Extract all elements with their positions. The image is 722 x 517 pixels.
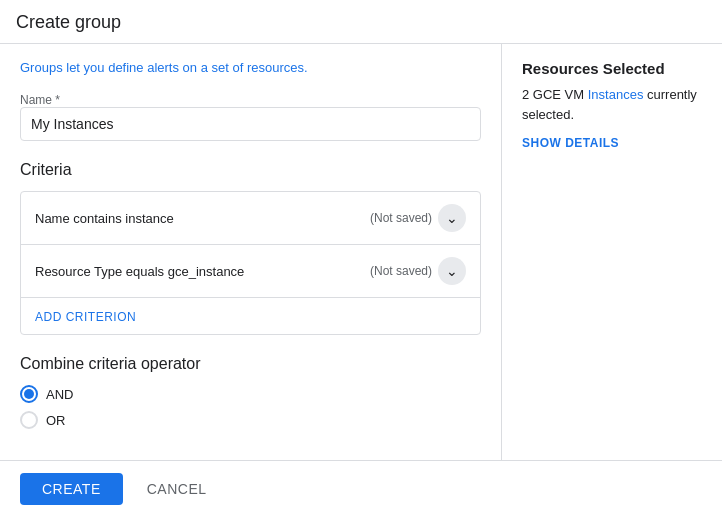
- combine-title: Combine criteria operator: [20, 355, 481, 373]
- add-criterion-button[interactable]: ADD CRITERION: [35, 310, 136, 324]
- resources-selected-text: 2 GCE VM Instances currently selected.: [522, 85, 702, 124]
- description-text: Groups let you define alerts on a set of…: [20, 60, 481, 75]
- criteria-section: Criteria Name contains instance (Not sav…: [20, 161, 481, 335]
- radio-item-and[interactable]: AND: [20, 385, 481, 403]
- add-criterion-row: ADD CRITERION: [21, 298, 480, 334]
- page-header: Create group: [0, 0, 722, 44]
- radio-group: AND OR: [20, 385, 481, 429]
- radio-item-or[interactable]: OR: [20, 411, 481, 429]
- page-container: Create group Groups let you define alert…: [0, 0, 722, 517]
- radio-circle-or: [20, 411, 38, 429]
- right-panel: Resources Selected 2 GCE VM Instances cu…: [502, 44, 722, 460]
- criterion-row-2: Resource Type equals gce_instance (Not s…: [21, 245, 480, 298]
- name-label: Name *: [20, 93, 60, 107]
- resources-title: Resources Selected: [522, 60, 702, 77]
- criterion-expand-button-1[interactable]: ⌄: [438, 204, 466, 232]
- name-field-group: Name *: [20, 91, 481, 141]
- criterion-right-2: (Not saved) ⌄: [370, 257, 466, 285]
- not-saved-label-1: (Not saved): [370, 211, 432, 225]
- resources-highlight: Instances: [588, 87, 644, 102]
- create-button[interactable]: CREATE: [20, 473, 123, 505]
- criterion-text-1: Name contains instance: [35, 211, 174, 226]
- radio-label-or: OR: [46, 413, 66, 428]
- not-saved-label-2: (Not saved): [370, 264, 432, 278]
- criterion-text-2: Resource Type equals gce_instance: [35, 264, 244, 279]
- cancel-button[interactable]: CANCEL: [131, 473, 223, 505]
- radio-label-and: AND: [46, 387, 73, 402]
- name-input[interactable]: [20, 107, 481, 141]
- combine-section: Combine criteria operator AND OR: [20, 355, 481, 429]
- show-details-button[interactable]: SHOW DETAILS: [522, 136, 619, 150]
- criterion-right-1: (Not saved) ⌄: [370, 204, 466, 232]
- main-content: Groups let you define alerts on a set of…: [0, 44, 722, 460]
- criteria-box: Name contains instance (Not saved) ⌄ Res…: [20, 191, 481, 335]
- page-title: Create group: [16, 12, 121, 32]
- radio-circle-and: [20, 385, 38, 403]
- left-panel: Groups let you define alerts on a set of…: [0, 44, 502, 460]
- criterion-expand-button-2[interactable]: ⌄: [438, 257, 466, 285]
- criteria-title: Criteria: [20, 161, 481, 179]
- resources-prefix: 2 GCE VM: [522, 87, 588, 102]
- page-footer: CREATE CANCEL: [0, 460, 722, 517]
- criterion-row: Name contains instance (Not saved) ⌄: [21, 192, 480, 245]
